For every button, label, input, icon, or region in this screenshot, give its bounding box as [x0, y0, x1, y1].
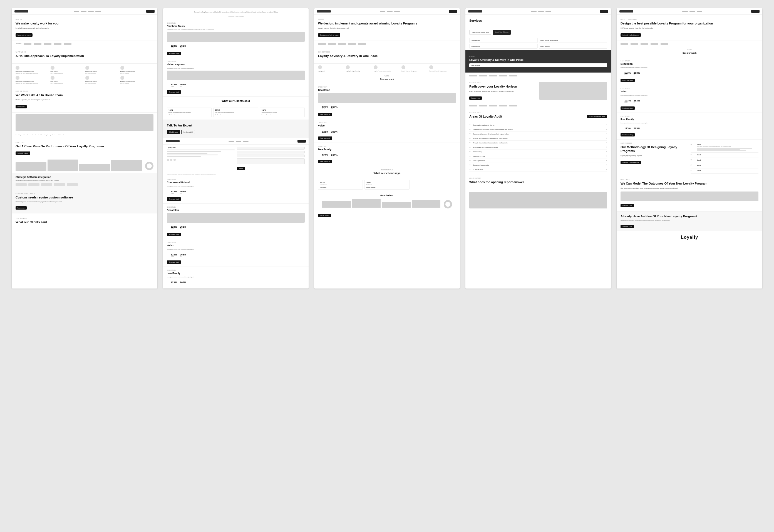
- volvo-title-col5: Volvo: [621, 90, 758, 93]
- talk-btn-2[interactable]: Send us a brief: [181, 130, 195, 134]
- software-title: Strategic Software integration: [16, 176, 153, 178]
- methodology-btn[interactable]: Schedule a call with expert: [621, 161, 641, 164]
- sw-logo-5: [67, 183, 78, 186]
- audit-cta-btn[interactable]: Schedule a call and report: [587, 115, 607, 118]
- audit-item-11: 11 IT infrastructure +: [469, 167, 607, 172]
- hero-col5: LOYALTY PROGRAMS Design the best possibl…: [617, 15, 762, 41]
- logos-label-col1: Trusted by: [16, 43, 21, 44]
- dark-hero-btn[interactable]: Find out more: [469, 63, 607, 67]
- form-name[interactable]: [237, 147, 305, 150]
- logo-bar-col1: Trusted by: [12, 41, 157, 47]
- see-work-col5: WORK See our work: [617, 47, 762, 58]
- rediscover-btn[interactable]: Find out more: [469, 96, 482, 100]
- idea-btn[interactable]: Schedule a call: [621, 225, 634, 228]
- continental-text: Lorem ipsum dolor sit amet, consectetur …: [167, 185, 305, 187]
- ikea-btn-col3[interactable]: Read case study: [318, 160, 332, 163]
- social-icon-3[interactable]: [173, 159, 176, 161]
- service-advisory[interactable]: Loyalty Advisory: [469, 38, 538, 43]
- clients-tag-col1: TESTIMONIALS: [16, 217, 153, 219]
- performance-btn[interactable]: Schedule a demo: [16, 151, 30, 155]
- testimonials-col3: 10/10 Excellent service. J.Piotrowski 10…: [314, 178, 460, 192]
- inhouse-tag: HOW WE WORK: [16, 90, 153, 92]
- nav-btn-col3[interactable]: [449, 10, 457, 13]
- top-quote: Our goal is to help businesses build val…: [163, 8, 309, 20]
- rediscover-title: Rediscover your Loyalty Horizon: [469, 84, 537, 88]
- service-icon-5: [429, 65, 433, 69]
- service-analytics[interactable]: Loyalty Analytics: [539, 44, 607, 49]
- page-col4: Services Create a loyalty strategy targe…: [465, 8, 611, 289]
- volvo-btn-col3[interactable]: Read case study: [318, 136, 332, 140]
- sw-logo-1: [16, 183, 27, 186]
- icon-label-6: Legal experts: [51, 81, 84, 82]
- inhouse-section: HOW WE WORK We Work Like An In House Tea…: [12, 86, 157, 113]
- hero-col3: We design, implement and operate award w…: [314, 15, 460, 41]
- rainbow-btn[interactable]: Read case study: [167, 52, 181, 55]
- icon-label-3: Cash register systems: [85, 71, 119, 72]
- hero-btn-col5[interactable]: Schedule a call with expert: [621, 33, 641, 37]
- decathlon-btn-col3[interactable]: Read case study: [318, 113, 332, 116]
- test-text-2: Great team, very professional and thorou…: [215, 112, 256, 113]
- inhouse-btn[interactable]: Learn more: [16, 105, 27, 108]
- vision-image: [167, 71, 305, 80]
- form-message[interactable]: [237, 158, 305, 164]
- icon-item-6: Legal experts GDPR, local law compliance: [51, 76, 84, 84]
- form-email[interactable]: [237, 151, 305, 153]
- test-author-3: Tomasz Kowalski: [262, 114, 303, 116]
- volvo-btn-col5[interactable]: Read case study: [621, 106, 635, 110]
- custom-title: Custom needs require custom software: [16, 195, 153, 199]
- model-btn[interactable]: Schedule a call: [621, 204, 634, 207]
- nav-btn-col4[interactable]: [600, 10, 608, 13]
- services-title-col4: Services: [469, 19, 607, 23]
- decathlon-col3: CASE STUDY Decathlon 123% Growth 263% RO…: [314, 84, 460, 119]
- ikea-btn-col5[interactable]: Read case study: [621, 133, 635, 136]
- form-submit[interactable]: Submit: [237, 167, 245, 170]
- continental-btn[interactable]: Read case study: [167, 197, 181, 201]
- performance-tag: ANALYTICS: [16, 141, 153, 143]
- awarded-section-col3: Awarded on:: [314, 192, 460, 212]
- decathlon-stats-col5: 123% Growth 263% ROI: [621, 70, 758, 77]
- talk-btn-1[interactable]: Schedule a call: [167, 130, 180, 134]
- vision-stat-1: 123% Growth: [171, 83, 177, 87]
- dark-hero-col4: ADVISORY Loyalty Advisory & Delivery In …: [465, 50, 611, 73]
- nav-btn-col2[interactable]: [297, 140, 306, 143]
- social-icon-1[interactable]: [167, 159, 169, 161]
- nav-cta-col1[interactable]: [146, 10, 155, 13]
- nav-btn-col5[interactable]: [751, 10, 760, 13]
- form-company[interactable]: [237, 155, 305, 157]
- clients-header-col3: TESTIMONIALS What our client says: [314, 166, 460, 178]
- decathlon-btn-col5[interactable]: Read case study: [621, 79, 635, 82]
- awarded-btn-col3[interactable]: See all awards: [318, 214, 331, 217]
- social-icon-2[interactable]: [170, 159, 172, 161]
- hero-title-col3: We design, implement and operate award w…: [318, 21, 456, 25]
- services-hero-col4: Services: [465, 15, 611, 28]
- inhouse-text-block: Selected project data will be transforme…: [12, 133, 157, 138]
- volvo-btn-col2[interactable]: Read case study: [167, 260, 181, 264]
- test-text-3: Highly recommend to any business.: [262, 112, 303, 113]
- awarded-chart: [318, 199, 456, 210]
- services-list-col4: Create a loyalty strategy target Loyalty…: [465, 28, 611, 36]
- ikea-stats-col3: 123% 263%: [318, 152, 456, 158]
- service-solutions[interactable]: Loyalty Solutions: [469, 44, 538, 49]
- talk-btns: Schedule a call Send us a brief: [167, 129, 305, 134]
- test-score-2: 10/10: [215, 109, 256, 111]
- clients-title-col1: What our Clients said: [16, 220, 153, 224]
- hero-btn-col1[interactable]: Speak with an expert: [16, 33, 33, 37]
- vision-btn[interactable]: Read case study: [167, 90, 181, 94]
- dark-hero-title: Loyalty Advisory & Delivery In One Place: [469, 58, 607, 62]
- hero-btn-col3[interactable]: Schedule a call with an expert: [318, 33, 340, 37]
- nav-col4: [465, 8, 611, 15]
- model-image: [621, 192, 758, 201]
- nav-logo-col3: [317, 10, 331, 13]
- icon-item-8: Marketing automation tools CRM and email…: [120, 76, 154, 84]
- audit-item-06: 06 Effectiveness of current loyalty acti…: [469, 145, 607, 150]
- audit-item-04: 04 Analysis of current brand communicati…: [469, 136, 607, 141]
- decathlon-btn-col2[interactable]: Read case study: [167, 233, 181, 236]
- logo-douglas: [24, 43, 31, 45]
- hero-title-col1: We make loyalty work for you: [16, 21, 153, 25]
- icon-text-8: CRM and email tools: [120, 83, 154, 84]
- service-implementation[interactable]: Loyalty Program Implementation: [539, 38, 607, 43]
- logo-4: [54, 43, 61, 45]
- custom-btn[interactable]: Learn more: [16, 206, 27, 210]
- page-col2: Our goal is to help businesses build val…: [163, 8, 309, 289]
- custom-section: BESPOKE DEVELOPMENT Custom needs require…: [12, 189, 157, 213]
